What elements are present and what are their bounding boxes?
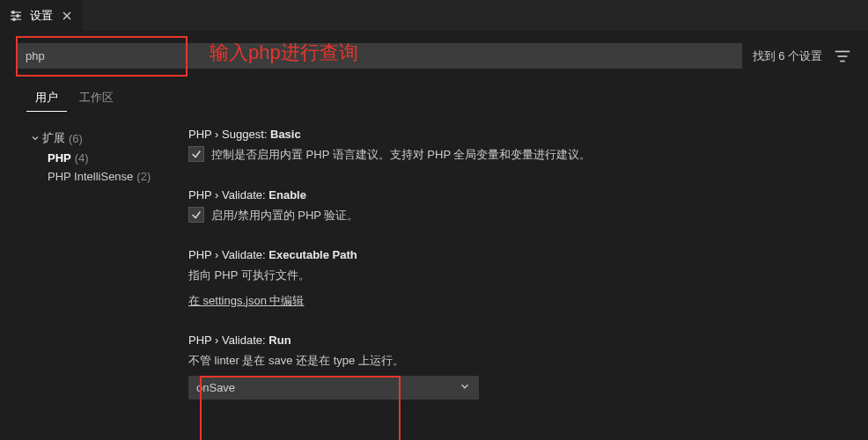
scope-tab-workspace[interactable]: 工作区 <box>70 84 122 112</box>
edit-in-settings-json-link[interactable]: 在 settings.json 中编辑 <box>188 293 305 309</box>
search-input[interactable] <box>16 43 742 69</box>
tree-count: (2) <box>136 170 151 183</box>
setting-description: 启用/禁用内置的 PHP 验证。 <box>211 207 358 224</box>
results-count: 找到 6 个设置 <box>753 48 822 64</box>
settings-tree: 扩展 (6) PHP (4) PHP IntelliSense (2) <box>16 128 188 424</box>
select-value: onSave <box>196 381 235 394</box>
tree-count: (4) <box>75 151 89 165</box>
select-run[interactable]: onSave <box>188 376 479 400</box>
svg-point-3 <box>12 11 15 13</box>
close-icon[interactable] <box>60 9 74 23</box>
setting-title: PHP › Suggest: Basic <box>188 128 835 141</box>
scope-tab-user[interactable]: 用户 <box>26 84 67 112</box>
tab-label: 设置 <box>30 8 53 24</box>
setting-title: PHP › Validate: Enable <box>188 188 835 202</box>
setting-title: PHP › Validate: Run <box>188 334 835 347</box>
setting-description: 指向 PHP 可执行文件。 <box>188 267 835 284</box>
checkbox[interactable] <box>188 207 204 223</box>
checkbox[interactable] <box>188 146 204 162</box>
tree-label: PHP IntelliSense <box>48 170 133 183</box>
tree-count: (6) <box>69 132 83 145</box>
setting-php-validate-enable: PHP › Validate: Enable 启用/禁用内置的 PHP 验证。 <box>188 188 835 224</box>
tree-item-php[interactable]: PHP (4) <box>28 149 188 167</box>
filter-icon[interactable] <box>833 47 852 66</box>
tree-item-php-intellisense[interactable]: PHP IntelliSense (2) <box>28 167 188 186</box>
settings-icon <box>9 9 23 23</box>
scope-tabs: 用户 工作区 <box>16 84 852 112</box>
tab-settings[interactable]: 设置 <box>0 0 84 31</box>
setting-php-validate-executable-path: PHP › Validate: Executable Path 指向 PHP 可… <box>188 248 835 309</box>
svg-point-4 <box>17 14 19 17</box>
tree-label: PHP <box>48 151 71 165</box>
svg-point-5 <box>13 18 16 20</box>
chevron-down-icon <box>459 380 471 395</box>
setting-description: 控制是否启用内置 PHP 语言建议。支持对 PHP 全局变量和变量进行建议。 <box>211 146 591 164</box>
tree-root-extensions[interactable]: 扩展 (6) <box>28 128 188 149</box>
chevron-down-icon <box>28 133 42 143</box>
setting-title: PHP › Validate: Executable Path <box>188 248 835 261</box>
tree-label: 扩展 <box>42 130 65 146</box>
settings-list: PHP › Suggest: Basic 控制是否启用内置 PHP 语言建议。支… <box>188 128 852 424</box>
setting-php-validate-run: PHP › Validate: Run 不管 linter 是在 save 还是… <box>188 334 835 400</box>
search-row: 输入php进行查询 找到 6 个设置 <box>16 43 852 69</box>
tab-bar: 设置 <box>0 0 868 31</box>
setting-php-suggest-basic: PHP › Suggest: Basic 控制是否启用内置 PHP 语言建议。支… <box>188 128 835 164</box>
setting-description: 不管 linter 是在 save 还是在 type 上运行。 <box>188 352 835 370</box>
